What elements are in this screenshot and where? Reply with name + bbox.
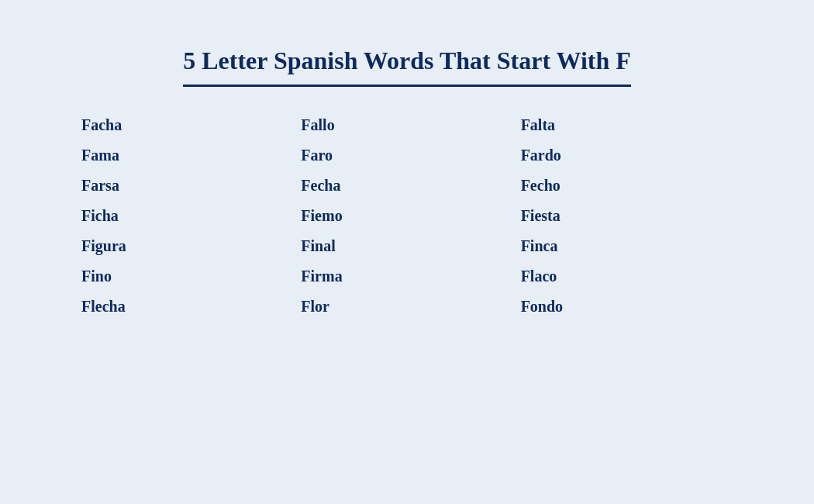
word-column-1: Facha Fama Farsa Ficha Figura Fino Flech…: [81, 110, 301, 322]
list-item: Fiemo: [301, 201, 520, 231]
list-item: Final: [301, 231, 520, 261]
main-container: 5 Letter Spanish Words That Start With F…: [74, 47, 740, 322]
list-item: Fama: [81, 140, 301, 171]
list-item: Fecho: [521, 171, 740, 201]
list-item: Falta: [521, 110, 740, 140]
list-item: Fiesta: [521, 201, 740, 231]
list-item: Fino: [81, 261, 301, 292]
list-item: Flecha: [81, 292, 301, 322]
list-item: Figura: [81, 231, 301, 261]
list-item: Fardo: [521, 140, 740, 171]
list-item: Flor: [301, 292, 520, 322]
list-item: Flaco: [521, 261, 740, 292]
list-item: Farsa: [81, 171, 301, 201]
word-column-3: Falta Fardo Fecho Fiesta Finca Flaco Fon…: [521, 110, 740, 322]
title-section: 5 Letter Spanish Words That Start With F: [74, 47, 740, 87]
list-item: Fondo: [521, 292, 740, 322]
word-column-2: Fallo Faro Fecha Fiemo Final Firma Flor: [301, 110, 520, 322]
page-title: 5 Letter Spanish Words That Start With F: [183, 47, 631, 87]
list-item: Ficha: [81, 201, 301, 231]
list-item: Facha: [81, 110, 301, 140]
list-item: Fecha: [301, 171, 520, 201]
list-item: Firma: [301, 261, 520, 292]
list-item: Faro: [301, 140, 520, 171]
list-item: Finca: [521, 231, 740, 261]
list-item: Fallo: [301, 110, 520, 140]
words-grid: Facha Fama Farsa Ficha Figura Fino Flech…: [74, 110, 740, 322]
